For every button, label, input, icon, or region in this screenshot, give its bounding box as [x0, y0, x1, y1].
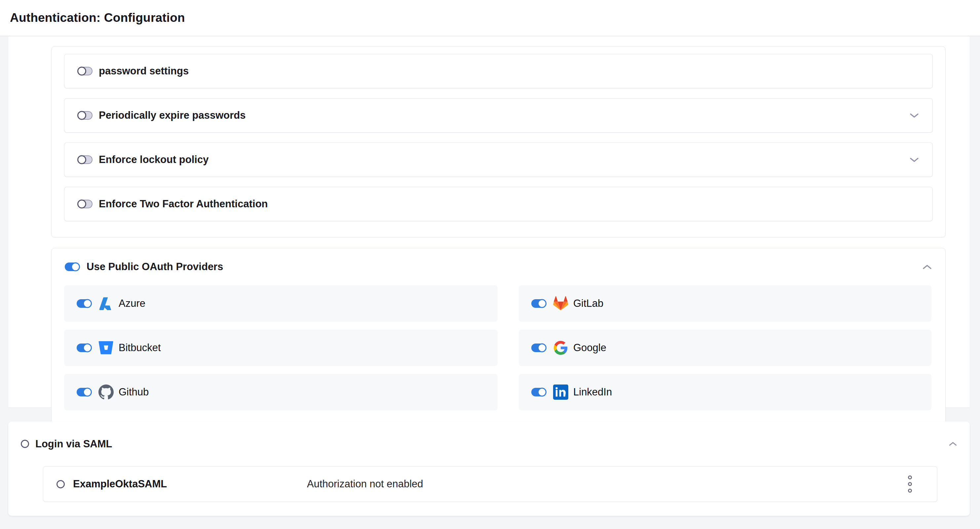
gitlab-icon	[553, 296, 568, 311]
bitbucket-icon	[99, 340, 114, 355]
oauth-master-toggle[interactable]	[65, 263, 80, 271]
toggle-knob	[538, 299, 547, 308]
oauth-section-header: Use Public OAuth Providers	[51, 248, 945, 285]
setting-label: Periodically expire passwords	[99, 110, 246, 121]
chevron-up-icon[interactable]	[948, 441, 957, 446]
provider-toggle[interactable]	[76, 299, 92, 308]
chevron-down-icon[interactable]	[909, 113, 919, 118]
password-setting-row-partial: password settings	[64, 54, 933, 88]
toggle-knob	[77, 155, 86, 164]
password-settings-group: password settings Periodically expire pa…	[51, 46, 946, 237]
password-setting-row: Periodically expire passwords	[64, 98, 933, 132]
saml-entry-radio[interactable]	[57, 480, 65, 488]
kebab-menu-icon[interactable]	[908, 475, 912, 492]
toggle[interactable]	[78, 155, 92, 164]
oauth-provider-row: GitLab	[519, 285, 931, 322]
saml-section-radio[interactable]	[21, 440, 29, 448]
provider-name: Azure	[119, 298, 145, 309]
oauth-provider-row: Github	[64, 374, 498, 410]
provider-toggle[interactable]	[76, 344, 92, 352]
oauth-section-label: Use Public OAuth Providers	[87, 261, 223, 273]
github-icon	[99, 384, 114, 400]
provider-toggle[interactable]	[531, 299, 546, 308]
toggle[interactable]	[78, 200, 92, 208]
oauth-providers-group: Use Public OAuth Providers Azure	[51, 248, 946, 427]
oauth-provider-row: LinkedIn	[519, 374, 931, 410]
password-setting-row: Enforce lockout policy	[64, 142, 933, 177]
provider-name: GitLab	[573, 298, 603, 309]
provider-name: LinkedIn	[573, 386, 612, 398]
saml-entry-status: Authorization not enabled	[307, 478, 423, 490]
saml-entry-row: ExampleOktaSAML Authorization not enable…	[43, 466, 937, 502]
oauth-provider-row: Google	[519, 330, 931, 366]
toggle[interactable]	[78, 67, 92, 75]
oauth-provider-row: Azure	[64, 285, 498, 322]
toggle-knob	[83, 344, 92, 352]
toggle-knob	[77, 200, 86, 209]
toggle-knob	[77, 111, 86, 120]
provider-name: Bitbucket	[119, 342, 161, 354]
provider-name: Github	[119, 386, 149, 398]
toggle[interactable]	[78, 111, 92, 120]
password-setting-row: Enforce Two Factor Authentication	[64, 187, 933, 221]
settings-panel: password settings Periodically expire pa…	[8, 37, 970, 407]
oauth-provider-grid: Azure Bitbucket	[64, 285, 933, 410]
toggle-knob	[83, 388, 92, 397]
page-title: Authentication: Configuration	[10, 11, 185, 25]
setting-label: Enforce Two Factor Authentication	[99, 198, 268, 210]
saml-section-header: Login via SAML	[8, 422, 970, 466]
toggle-knob	[538, 388, 547, 397]
setting-label: Enforce lockout policy	[99, 154, 208, 166]
saml-entry-name: ExampleOktaSAML	[73, 478, 307, 490]
setting-label: password settings	[99, 65, 189, 77]
toggle-knob	[538, 344, 547, 352]
azure-icon	[99, 296, 114, 311]
chevron-down-icon[interactable]	[909, 157, 919, 163]
saml-section: Login via SAML ExampleOktaSAML Authoriza…	[8, 422, 970, 516]
linkedin-icon	[553, 384, 568, 400]
chevron-up-icon[interactable]	[922, 264, 932, 270]
provider-toggle[interactable]	[76, 388, 92, 397]
toggle-knob	[83, 299, 92, 308]
provider-name: Google	[573, 342, 606, 354]
toggle-knob	[71, 263, 80, 271]
provider-toggle[interactable]	[531, 344, 546, 352]
saml-section-label: Login via SAML	[35, 438, 112, 450]
oauth-provider-row: Bitbucket	[64, 330, 498, 366]
google-icon	[553, 340, 568, 355]
provider-toggle[interactable]	[531, 388, 546, 397]
toggle-knob	[77, 67, 86, 76]
page-header: Authentication: Configuration	[0, 0, 980, 37]
